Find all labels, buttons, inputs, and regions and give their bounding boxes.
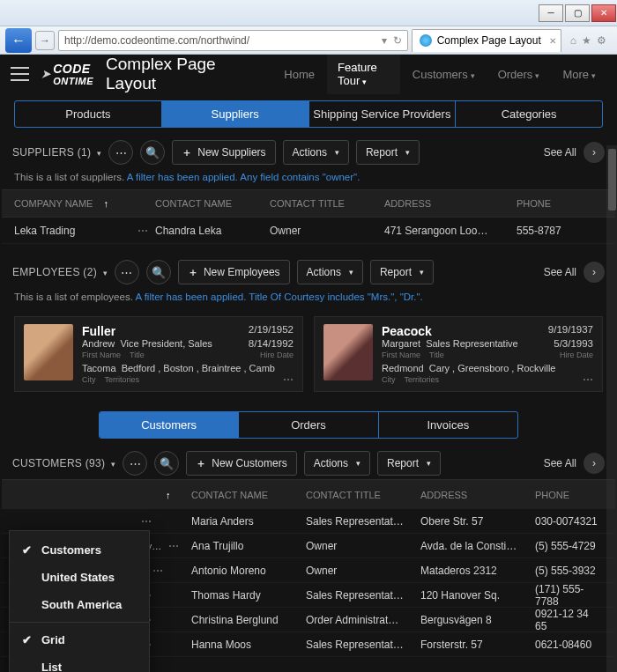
nav-orders[interactable]: Orders▾ (487, 61, 551, 88)
scrollbar[interactable] (606, 145, 617, 672)
suppliers-actions-button[interactable]: Actions▾ (283, 140, 349, 165)
address-bar[interactable]: http://demo.codeontime.com/northwind/ ▾ … (58, 30, 408, 51)
close-button[interactable]: ✕ (591, 4, 616, 22)
suppliers-filter-note: This is a list of suppliers. A filter ha… (2, 168, 615, 189)
tab-title: Complex Page Layout (437, 34, 541, 47)
home-icon[interactable]: ⌂ (570, 34, 576, 47)
employees-report-button[interactable]: Report▾ (370, 260, 434, 284)
maximize-button[interactable]: ▢ (565, 4, 590, 22)
suppliers-see-all[interactable]: See All (544, 146, 576, 159)
tab-suppliers[interactable]: Suppliers (162, 101, 309, 127)
suppliers-report-button[interactable]: Report▾ (356, 140, 420, 165)
app-root: ➤ CODE ONTIME Complex Page Layout Home F… (0, 55, 617, 672)
suppliers-search-icon[interactable]: 🔍 (140, 140, 165, 165)
tab-close-icon[interactable]: ✕ (549, 36, 556, 46)
customers-next-icon[interactable]: › (584, 453, 605, 474)
nav-back-button[interactable]: ← (5, 28, 32, 53)
customers-actions-button[interactable]: Actions▾ (304, 451, 370, 476)
new-customers-button[interactable]: ＋New Customers (186, 451, 296, 476)
nav-forward-button[interactable]: → (35, 31, 55, 50)
tab-orders[interactable]: Orders (239, 412, 378, 438)
menu-list[interactable]: List (10, 654, 149, 672)
customers-view-menu: ✔Customers United States South America ✔… (9, 530, 150, 672)
tab-products[interactable]: Products (15, 101, 162, 127)
customers-title[interactable]: CUSTOMERS (93) ▾ (12, 457, 115, 469)
avatar (24, 324, 73, 380)
sort-asc-icon[interactable]: ↑ (166, 490, 171, 500)
suppliers-filter-link[interactable]: A filter has been applied. Any field con… (127, 172, 361, 182)
tab-categories[interactable]: Categories (456, 101, 602, 127)
tab-invoices[interactable]: Invoices (379, 412, 517, 438)
logo: ➤ CODE ONTIME (41, 62, 93, 86)
favorites-icon[interactable]: ★ (582, 34, 591, 47)
menu-customers[interactable]: ✔Customers (10, 536, 149, 564)
nav-more[interactable]: More▾ (552, 61, 606, 88)
customers-more-icon[interactable]: ⋯ (123, 451, 147, 476)
browser-tab[interactable]: Complex Page Layout ✕ (412, 29, 561, 52)
browser-navbar: ← → http://demo.codeontime.com/northwind… (0, 26, 617, 55)
page-title: Complex Page Layout (106, 55, 261, 93)
menu-grid[interactable]: ✔Grid (10, 626, 149, 654)
employees-more-icon[interactable]: ⋯ (115, 260, 139, 284)
employees-toolbar: EMPLOYEES (2) ▾ ⋯ 🔍 ＋New Employees Actio… (2, 256, 615, 288)
nav-customers[interactable]: Customers▾ (402, 61, 486, 88)
row-more-icon[interactable]: ⋯ (138, 225, 148, 237)
row-more-icon[interactable]: ⋯ (168, 540, 179, 552)
suppliers-title[interactable]: SUPPLIERS (1) ▾ (12, 146, 101, 159)
customers-table-header: ↑ CONTACT NAME CONTACT TITLE ADDRESS PHO… (2, 479, 615, 509)
app-header: ➤ CODE ONTIME Complex Page Layout Home F… (2, 55, 615, 93)
menu-south-america[interactable]: South America (10, 591, 149, 618)
check-icon: ✔ (22, 543, 33, 557)
employee-card[interactable]: Fuller2/19/1952 Andrew Vice President, S… (14, 316, 303, 392)
suppliers-table-header: COMPANY NAME↑ CONTACT NAME CONTACT TITLE… (2, 189, 615, 218)
employees-actions-button[interactable]: Actions▾ (297, 260, 363, 284)
row-more-icon[interactable]: ⋯ (152, 565, 163, 577)
suppliers-next-icon[interactable]: › (584, 142, 605, 163)
nav-feature-tour[interactable]: Feature Tour▾ (327, 55, 400, 94)
row-more-icon[interactable]: ⋯ (141, 515, 152, 528)
employees-search-icon[interactable]: 🔍 (146, 260, 171, 284)
card-more-icon[interactable]: ⋯ (583, 373, 593, 386)
suppliers-toolbar: SUPPLIERS (1) ▾ ⋯ 🔍 ＋New Suppliers Actio… (2, 137, 615, 168)
url-text: http://demo.codeontime.com/northwind/ (64, 34, 249, 47)
ie-icon (420, 34, 432, 47)
customers-report-button[interactable]: Report▾ (377, 451, 441, 476)
table-row[interactable]: Leka Trading⋯ Chandra Leka Owner 471 Ser… (2, 218, 615, 244)
card-more-icon[interactable]: ⋯ (283, 373, 294, 386)
employees-filter-note: This is a list of employees. A filter ha… (2, 288, 615, 309)
employees-title[interactable]: EMPLOYEES (2) ▾ (12, 266, 108, 278)
suppliers-more-icon[interactable]: ⋯ (108, 140, 133, 165)
hamburger-menu[interactable] (11, 67, 29, 81)
customers-toolbar: CUSTOMERS (93) ▾ ⋯ 🔍 ＋New Customers Acti… (2, 447, 615, 479)
employees-filter-link[interactable]: A filter has been applied. Title Of Cour… (135, 292, 422, 302)
sort-asc-icon: ↑ (103, 198, 108, 209)
tools-icon[interactable]: ⚙ (597, 34, 606, 47)
nav-home[interactable]: Home (273, 61, 325, 88)
minimize-button[interactable]: ─ (539, 4, 563, 22)
middle-tabs: Customers Orders Invoices (99, 411, 518, 439)
new-suppliers-button[interactable]: ＋New Suppliers (172, 140, 275, 165)
new-employees-button[interactable]: ＋New Employees (178, 260, 290, 284)
tab-customers[interactable]: Customers (100, 412, 239, 438)
employees-next-icon[interactable]: › (584, 262, 605, 283)
employee-card[interactable]: Peacock9/19/1937 Margaret Sales Represen… (314, 316, 603, 392)
employees-see-all[interactable]: See All (544, 266, 576, 278)
customers-search-icon[interactable]: 🔍 (154, 451, 179, 476)
avatar (323, 324, 373, 380)
tab-shipping[interactable]: Shipping Service Providers (309, 101, 457, 127)
check-icon: ✔ (22, 633, 33, 646)
customers-see-all[interactable]: See All (544, 457, 576, 469)
employee-cards: Fuller2/19/1952 Andrew Vice President, S… (2, 309, 615, 402)
primary-tabs: Products Suppliers Shipping Service Prov… (14, 100, 603, 128)
window-titlebar: ─ ▢ ✕ (0, 0, 617, 26)
menu-united-states[interactable]: United States (10, 564, 149, 591)
